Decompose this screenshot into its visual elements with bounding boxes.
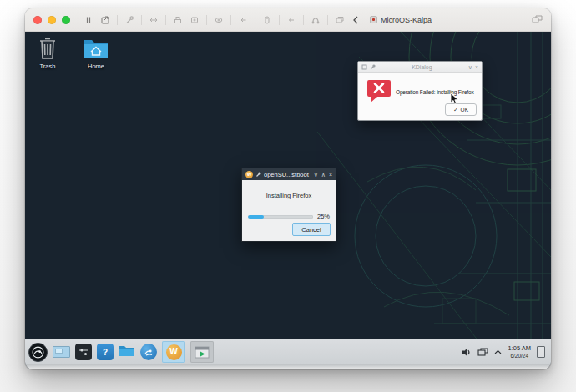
discover-icon[interactable]: ?	[97, 344, 114, 360]
progress-dialog-title: openSU...stboot	[264, 171, 311, 178]
snapshot-icon[interactable]	[100, 15, 110, 25]
progress-row: 25%	[248, 213, 330, 220]
desktop-icon-trash[interactable]: Trash	[25, 36, 72, 70]
mouse-icon[interactable]	[262, 15, 272, 25]
error-icon	[366, 78, 393, 105]
usb-in-icon[interactable]	[238, 15, 248, 25]
resize-icon[interactable]	[149, 15, 159, 25]
taskbar-task-active[interactable]: W	[162, 341, 185, 363]
show-desktop-button[interactable]	[537, 346, 545, 358]
host-window-title: MicroOS-Kalpa	[326, 16, 476, 24]
taskbar-task-open[interactable]	[190, 341, 214, 363]
pin-icon[interactable]	[255, 172, 261, 178]
host-vm-window: MicroOS-Kalpa	[25, 8, 551, 369]
host-titlebar: MicroOS-Kalpa	[25, 8, 551, 32]
error-dialog: KDialog ∨ × Operation Failed: Installing…	[357, 61, 483, 121]
desktop-icon-label: Home	[88, 63, 104, 70]
virtual-desktop-pager[interactable]	[53, 346, 70, 358]
maximize-icon[interactable]: ∧	[321, 172, 326, 178]
system-settings-icon[interactable]	[75, 344, 92, 360]
minimize-icon[interactable]: ∨	[314, 172, 318, 178]
taskbar-panel: ? W	[25, 339, 551, 364]
progress-dialog-titlebar[interactable]: W openSU...stboot ∨ ∧ ×	[242, 168, 336, 180]
vm-status-icon	[370, 16, 377, 23]
window-bottom-edge	[25, 364, 551, 369]
mouse-cursor	[450, 93, 459, 105]
error-dialog-body: Operation Failed: Installing Firefox ✓ O…	[358, 73, 482, 121]
serial-icon[interactable]	[311, 15, 321, 25]
desktop-icon-label: Trash	[40, 63, 56, 70]
eject-icon[interactable]	[286, 15, 296, 25]
progress-dialog: W openSU...stboot ∨ ∧ × Installing Firef…	[241, 168, 336, 242]
welcome-globe-icon[interactable]	[140, 344, 157, 360]
taskbar: ? W	[25, 339, 551, 369]
minimize-window-button[interactable]	[48, 16, 56, 24]
home-folder-icon	[83, 36, 109, 61]
close-window-button[interactable]	[33, 16, 42, 24]
close-icon[interactable]: ×	[475, 64, 478, 70]
vm-toolbar	[83, 15, 360, 25]
pause-icon[interactable]	[83, 15, 93, 25]
clock-time: 1:05 AM	[508, 345, 531, 353]
window-menu-icon[interactable]	[361, 64, 367, 70]
window-play-icon	[195, 346, 210, 359]
trash-icon	[37, 36, 58, 61]
display-icon[interactable]	[214, 15, 224, 25]
volume-icon[interactable]	[462, 348, 472, 357]
system-tray: 1:05 AM 6/20/24	[462, 345, 548, 359]
app-badge-icon: W	[245, 171, 253, 178]
opensuse-menu-icon[interactable]	[28, 343, 48, 362]
error-dialog-title: KDialog	[378, 64, 466, 70]
zoom-window-button[interactable]	[62, 16, 70, 24]
traffic-lights	[33, 16, 70, 24]
desktop-icon-home[interactable]: Home	[72, 36, 120, 70]
progress-message: Installing Firefox	[242, 192, 336, 199]
drive-icon[interactable]	[173, 15, 183, 25]
close-icon[interactable]: ×	[329, 172, 332, 178]
file-manager-icon[interactable]	[119, 344, 135, 361]
clock-date: 6/20/24	[508, 353, 531, 359]
ok-button[interactable]: ✓ OK	[445, 103, 477, 116]
cancel-button[interactable]: Cancel	[292, 223, 331, 236]
capture-input-icon[interactable]	[189, 15, 200, 25]
progress-fill	[248, 215, 264, 219]
w-app-icon: W	[166, 344, 182, 360]
error-dialog-titlebar[interactable]: KDialog ∨ ×	[358, 62, 482, 73]
pin-icon[interactable]	[370, 64, 376, 70]
vm-display: Trash Home KDialog ∨ ×	[25, 32, 551, 369]
clock[interactable]: 1:05 AM 6/20/24	[508, 345, 531, 359]
display-tray-icon[interactable]	[477, 348, 488, 357]
error-message: Operation Failed: Installing Firefox	[396, 89, 481, 95]
progress-percent: 25%	[317, 213, 330, 220]
discover-glyph: ?	[103, 348, 108, 357]
check-icon: ✓	[453, 107, 457, 113]
minimize-icon[interactable]: ∨	[468, 64, 472, 70]
tools-icon[interactable]	[124, 15, 134, 25]
progress-bar	[248, 215, 313, 219]
tray-expander-icon[interactable]	[494, 349, 502, 354]
pip-icon[interactable]	[532, 13, 543, 28]
